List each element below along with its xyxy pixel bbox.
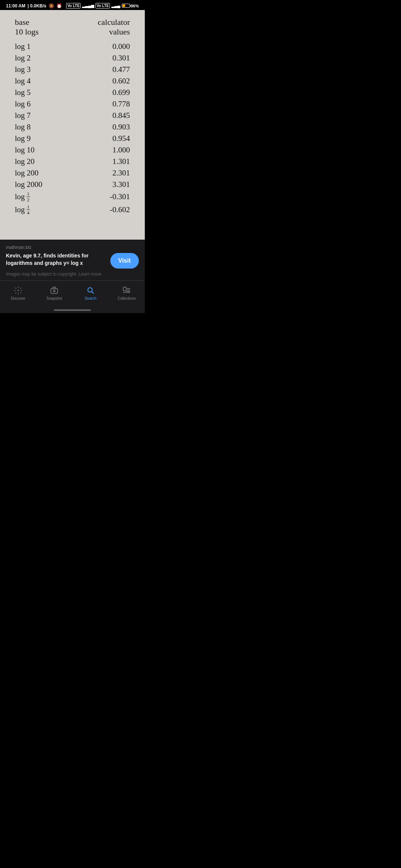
log-value-6: 0.778 [113, 99, 130, 109]
time: 11:00 AM [6, 3, 25, 9]
fraction-quarter: 1 4 [26, 204, 30, 215]
log-label-2: log 2 [15, 53, 31, 63]
home-bar [54, 309, 91, 311]
table-row: log 2 0.301 [11, 52, 134, 64]
visit-button[interactable]: Visit [110, 253, 139, 269]
status-right: Vo LTE ▂▃▄▅ Vo LTE ▂▃▄ 36% [66, 3, 139, 9]
log-label-200: log 200 [15, 168, 39, 178]
collections-icon [122, 286, 131, 295]
nav-item-search[interactable]: Search [72, 285, 109, 302]
log-value-20: 1.301 [113, 157, 130, 166]
copyright-text: Images may be subject to copyright. Lear… [6, 272, 139, 277]
info-panel: mathman.biz Kevin, age 9.7, finds identi… [0, 240, 145, 280]
signal-bars-1: ▂▃▄▅ [82, 3, 94, 8]
network-speed: | 0.0KB/s [27, 3, 46, 9]
info-description: Kevin, age 9.7, finds identities for log… [6, 252, 107, 267]
log-value-7: 0.845 [113, 111, 130, 120]
log-label-1: log 1 [15, 42, 31, 51]
log-label-4: log 4 [15, 76, 31, 86]
log-label-2000: log 2000 [15, 180, 42, 189]
table-row: log 1 2 -0.301 [11, 190, 134, 203]
log-value-3: 0.477 [113, 65, 130, 74]
svg-point-2 [88, 288, 92, 292]
log-value-quarter: -0.602 [110, 205, 130, 214]
log-table: base10 logs calculatorvalues log 1 0.000… [11, 17, 134, 216]
log-label-quarter: log 1 4 [15, 204, 30, 215]
nav-item-collections[interactable]: Collections [109, 285, 145, 302]
svg-point-1 [53, 290, 55, 292]
svg-rect-3 [123, 287, 126, 291]
fraction-half: 1 2 [26, 191, 30, 202]
log-label-half: log 1 2 [15, 191, 30, 202]
bottom-nav: Discover Snapshot Search Collections [0, 280, 145, 309]
log-value-4: 0.602 [113, 76, 130, 86]
discover-icon [14, 286, 23, 295]
battery-indicator: 36% [122, 4, 139, 8]
log-table-image: base10 logs calculatorvalues log 1 0.000… [0, 10, 145, 240]
signal-bars-2: ▂▃▄ [111, 3, 120, 8]
log-value-5: 0.699 [113, 88, 130, 97]
snapshot-icon [50, 286, 59, 295]
status-left: 11:00 AM | 0.0KB/s 🔕 ⏰ [6, 3, 62, 9]
log-value-1: 0.000 [113, 42, 130, 51]
nav-label-search: Search [85, 296, 97, 300]
log-label-9: log 9 [15, 134, 31, 143]
table-row: log 20 1.301 [11, 156, 134, 167]
lte-icon-2: Vo LTE [95, 3, 110, 9]
nav-label-collections: Collections [118, 296, 136, 300]
site-name: mathman.biz [6, 245, 139, 250]
nav-label-snapshot: Snapshot [46, 296, 62, 300]
log-label-8: log 8 [15, 122, 31, 132]
log-label-5: log 5 [15, 88, 31, 97]
log-value-10: 1.000 [113, 145, 130, 155]
alarm-icon: ⏰ [56, 3, 62, 9]
nav-item-snapshot[interactable]: Snapshot [36, 285, 73, 302]
log-value-2000: 3.301 [113, 180, 130, 189]
learn-more-link[interactable]: Learn more [78, 272, 101, 277]
svg-rect-0 [51, 289, 58, 293]
search-icon [86, 286, 95, 295]
log-label-10: log 10 [15, 145, 35, 155]
table-row: log 9 0.954 [11, 133, 134, 144]
table-row: log 1 4 -0.602 [11, 203, 134, 216]
table-row: log 8 0.903 [11, 121, 134, 133]
nav-label-discover: Discover [11, 296, 25, 300]
log-label-7: log 7 [15, 111, 31, 120]
lte-icon-1: Vo LTE [66, 3, 81, 9]
log-value-half: -0.301 [110, 192, 130, 201]
info-row: Kevin, age 9.7, finds identities for log… [6, 252, 139, 269]
log-value-9: 0.954 [113, 134, 130, 143]
log-value-2: 0.301 [113, 53, 130, 63]
table-row: log 10 1.000 [11, 144, 134, 156]
log-label-20: log 20 [15, 157, 35, 166]
table-row: log 1 0.000 [11, 41, 134, 52]
table-row: log 5 0.699 [11, 87, 134, 98]
nav-item-discover[interactable]: Discover [0, 285, 36, 302]
table-row: log 2000 3.301 [11, 179, 134, 190]
col-header-values: calculatorvalues [98, 17, 130, 37]
home-indicator [0, 309, 145, 313]
log-label-3: log 3 [15, 65, 31, 74]
table-row: log 3 0.477 [11, 64, 134, 75]
mute-icon: 🔕 [49, 3, 54, 9]
status-bar: 11:00 AM | 0.0KB/s 🔕 ⏰ Vo LTE ▂▃▄▅ Vo LT… [0, 0, 145, 10]
log-value-8: 0.903 [113, 122, 130, 132]
col-header-logs: base10 logs [15, 17, 39, 37]
log-label-6: log 6 [15, 99, 31, 109]
table-row: log 7 0.845 [11, 110, 134, 121]
table-row: log 4 0.602 [11, 75, 134, 87]
table-row: log 6 0.778 [11, 98, 134, 110]
log-value-200: 2.301 [113, 168, 130, 178]
battery-percentage: 36% [131, 4, 139, 8]
table-header: base10 logs calculatorvalues [11, 17, 134, 37]
table-row: log 200 2.301 [11, 167, 134, 179]
